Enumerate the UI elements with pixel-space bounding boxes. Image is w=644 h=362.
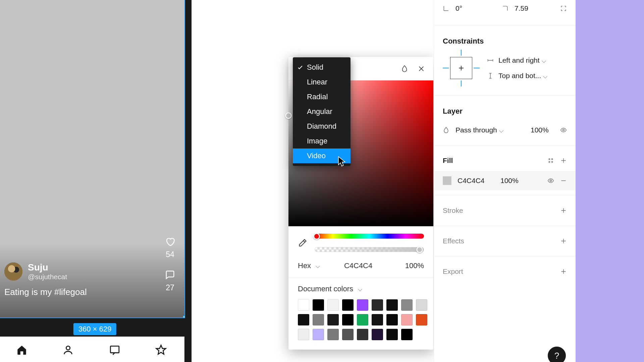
visibility-icon[interactable]	[560, 127, 567, 133]
swatch[interactable]	[386, 329, 398, 340]
post-handle: @sujuthecat	[28, 273, 67, 281]
swatch[interactable]	[386, 299, 398, 311]
swatch[interactable]	[416, 314, 427, 325]
fill-swatch[interactable]	[443, 176, 451, 185]
hex-input[interactable]: C4C4C4	[319, 261, 397, 270]
home-icon[interactable]	[16, 344, 28, 356]
blend-icon[interactable]	[401, 65, 408, 72]
properties-panel: 0° 7.59 Constraints + Left and right Top…	[434, 0, 576, 362]
corner-radius-input[interactable]: 7.59	[515, 4, 554, 12]
svg-point-3	[549, 159, 550, 160]
swatch[interactable]	[357, 299, 368, 311]
svg-point-7	[550, 180, 552, 182]
fill-title: Fill	[443, 157, 541, 165]
fill-type-angular[interactable]: Angular	[293, 104, 351, 119]
swatch[interactable]	[372, 329, 383, 340]
fill-opacity-input[interactable]: 100%	[500, 177, 541, 185]
svg-point-0	[66, 346, 70, 350]
swatch[interactable]	[401, 314, 413, 325]
swatch[interactable]	[372, 299, 383, 311]
swatch[interactable]	[313, 299, 324, 311]
close-icon[interactable]	[418, 65, 425, 72]
svg-rect-1	[110, 346, 119, 353]
swatch[interactable]	[342, 299, 354, 311]
hue-knob[interactable]	[313, 233, 320, 240]
swatch[interactable]	[327, 299, 339, 311]
svg-point-6	[552, 162, 553, 163]
horizontal-constraint-icon	[487, 57, 494, 64]
swatch[interactable]	[401, 299, 413, 311]
vertical-constraint-icon	[487, 72, 494, 79]
selected-frame[interactable]: Suju @sujuthecat Eating is my #lifegoal …	[0, 0, 185, 318]
constraints-widget[interactable]: +	[443, 50, 480, 86]
avatar	[4, 262, 22, 281]
swatch[interactable]	[298, 329, 309, 340]
comment-count: 27	[166, 283, 174, 292]
color-format-select[interactable]: Hex	[298, 261, 319, 270]
swatch[interactable]	[313, 314, 324, 325]
document-colors-select[interactable]: Document colors	[298, 285, 424, 293]
styles-icon[interactable]	[547, 157, 554, 164]
like-count: 54	[166, 250, 174, 259]
hue-slider[interactable]	[315, 234, 424, 239]
heart-icon	[165, 237, 175, 247]
alpha-knob[interactable]	[416, 246, 423, 253]
angle-icon	[443, 5, 449, 12]
horizontal-constraint-select[interactable]: Left and right	[498, 56, 545, 64]
fill-type-solid[interactable]: Solid	[293, 60, 351, 75]
swatch[interactable]	[386, 314, 398, 325]
fill-hex-input[interactable]: C4C4C4	[458, 177, 494, 185]
swatch[interactable]	[342, 314, 354, 325]
fill-type-diamond[interactable]: Diamond	[293, 119, 351, 134]
canvas-area[interactable]: Suju @sujuthecat Eating is my #lifegoal …	[0, 0, 192, 362]
user-icon[interactable]	[62, 344, 74, 356]
post-caption: Eating is my #lifegoal	[4, 287, 87, 297]
fill-type-dropdown[interactable]: SolidLinearRadialAngularDiamondImageVide…	[293, 57, 351, 166]
independent-corners-icon[interactable]	[560, 5, 567, 12]
opacity-input[interactable]: 100%	[397, 261, 424, 270]
svg-point-2	[563, 129, 565, 131]
svg-point-5	[549, 162, 550, 163]
swatch[interactable]	[416, 299, 427, 311]
comment-icon	[165, 270, 175, 280]
chat-icon[interactable]	[109, 344, 120, 356]
post-username: Suju	[28, 262, 67, 273]
layer-opacity-input[interactable]: 100%	[531, 126, 554, 134]
swatch[interactable]	[327, 314, 339, 325]
swatch[interactable]	[342, 329, 354, 340]
swatch[interactable]	[298, 314, 309, 325]
remove-fill-icon[interactable]	[560, 177, 567, 184]
swatch[interactable]	[357, 329, 368, 340]
help-button[interactable]: ?	[548, 347, 566, 362]
star-icon[interactable]	[155, 344, 167, 356]
selection-size-badge: 360 × 629	[73, 323, 116, 335]
fill-type-image[interactable]: Image	[293, 134, 351, 148]
blend-mode-select[interactable]: Pass through	[455, 126, 525, 134]
constraints-title: Constraints	[434, 30, 576, 50]
add-fill-icon[interactable]	[560, 157, 567, 164]
alpha-slider[interactable]	[315, 247, 424, 252]
swatch[interactable]	[372, 314, 383, 325]
fill-type-linear[interactable]: Linear	[293, 75, 351, 89]
blend-mode-icon	[443, 127, 449, 133]
color-field-handle[interactable]	[285, 112, 292, 119]
eyedropper-icon[interactable]	[298, 238, 307, 248]
vertical-constraint-select[interactable]: Top and bot...	[498, 72, 547, 80]
add-effect-icon[interactable]	[560, 238, 567, 244]
svg-point-4	[552, 159, 553, 160]
swatch[interactable]	[313, 329, 324, 340]
fill-visibility-icon[interactable]	[547, 177, 554, 184]
fill-type-radial[interactable]: Radial	[293, 89, 351, 104]
cursor-pointer	[338, 156, 346, 167]
swatch[interactable]	[298, 299, 309, 311]
rotation-input[interactable]: 0°	[455, 4, 496, 12]
swatch[interactable]	[357, 314, 368, 325]
add-export-icon[interactable]	[560, 268, 567, 275]
swatch[interactable]	[327, 329, 339, 340]
document-swatch-grid	[298, 299, 424, 340]
export-title: Export	[443, 267, 554, 276]
add-stroke-icon[interactable]	[560, 207, 567, 214]
selection-handle[interactable]	[183, 316, 185, 318]
swatch[interactable]	[401, 329, 413, 340]
stroke-title: Stroke	[443, 206, 554, 215]
